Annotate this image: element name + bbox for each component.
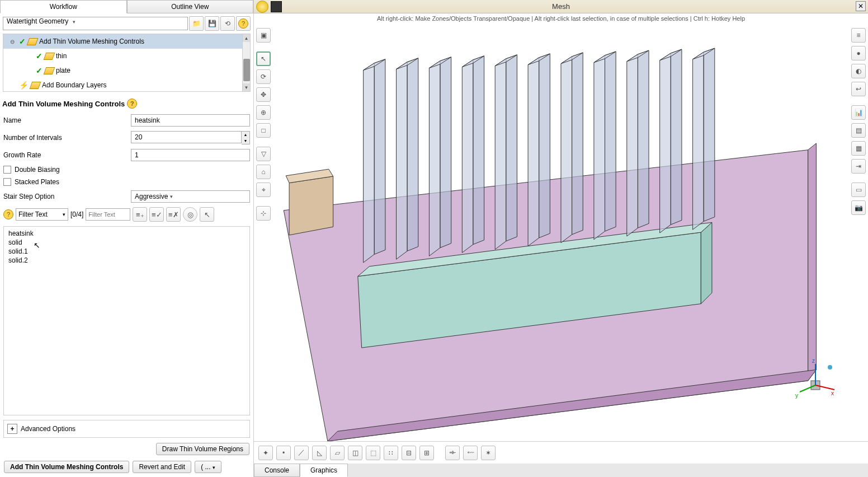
orientation-triad[interactable]: x y z [795, 357, 840, 402]
expand-icon[interactable]: + [7, 424, 17, 434]
btool-3[interactable]: ／ [294, 446, 309, 460]
scroll-thumb[interactable] [243, 59, 250, 81]
open-button[interactable]: 📁 [189, 16, 204, 31]
fit-a-button[interactable]: ⌂ [256, 165, 271, 179]
rside-btn-3[interactable]: ◐ [851, 64, 866, 78]
list-item[interactable]: solid [4, 238, 249, 247]
rside-btn-9[interactable]: ▭ [851, 183, 866, 197]
lightning-icon: ⚡ [19, 81, 29, 90]
btool-6[interactable]: ◫ [348, 446, 362, 460]
select-all-button[interactable]: ≡✓ [149, 207, 164, 222]
rside-btn-4[interactable]: ↩ [851, 82, 866, 96]
tab-graphics[interactable]: Graphics [300, 464, 348, 477]
viewport[interactable]: ▣ ↖ ⟳ ✥ ⊕ □ ▽ ⌂ ⌖ ⊹ ≡ ● ◐ ↩ 📊 ▤ ▦ ⇥ ▭ � [254, 24, 868, 441]
object-list[interactable]: heatsinksolidsolid.1solid.2 [3, 226, 250, 415]
section-header: Add Thin Volume Meshing Controls ? [0, 95, 253, 112]
workflow-type-select[interactable]: Watertight Geometry [3, 17, 188, 30]
advanced-options-row[interactable]: + Advanced Options [3, 420, 250, 438]
svg-marker-35 [660, 53, 671, 233]
add-controls-button[interactable]: Add Thin Volume Meshing Controls [4, 461, 129, 473]
btool-4-icon: ◺ [317, 449, 322, 457]
tri-tool-button[interactable]: ▽ [256, 147, 271, 161]
svg-marker-18 [473, 56, 484, 245]
stairstep-value: Aggressive [135, 193, 168, 200]
tab-workflow[interactable]: Workflow [0, 0, 127, 13]
save-button[interactable]: 💾 [205, 16, 219, 31]
rside-btn-5[interactable]: 📊 [851, 105, 866, 120]
zoom-in-button[interactable]: ⊕ [256, 105, 271, 120]
tree-item[interactable]: ✓plate [3, 63, 250, 78]
box-tool-button[interactable]: ▣ [256, 28, 271, 43]
btool-4[interactable]: ◺ [312, 446, 327, 460]
pan-button[interactable]: ✥ [256, 87, 271, 102]
select-ring-button[interactable]: ◎ [183, 207, 197, 222]
intervals-spinner[interactable]: ▲▼ [242, 131, 250, 144]
btool-7[interactable]: ⬚ [366, 446, 380, 460]
rside-btn-8[interactable]: ⇥ [851, 159, 866, 174]
left-panel: Workflow Outline View Watertight Geometr… [0, 0, 254, 477]
btool-11-icon: ⬲ [449, 449, 456, 457]
stack-icon: ≡ [856, 31, 860, 39]
select-none-button[interactable]: ≡✗ [166, 207, 181, 222]
more-actions-button[interactable]: ( ... [195, 461, 221, 473]
list-item[interactable]: solid.1 [4, 247, 249, 256]
select-pick-button[interactable]: ↖ [200, 207, 214, 222]
tree-item[interactable]: ⚡Add Boundary Layers [3, 78, 250, 92]
draw-thin-volume-button[interactable]: Draw Thin Volume Regions [156, 443, 249, 455]
left-viewport-toolbar: ▣ ↖ ⟳ ✥ ⊕ □ ▽ ⌂ ⌖ ⊹ [256, 28, 271, 221]
revert-edit-button[interactable]: Revert and Edit [133, 461, 191, 473]
action-row: Add Thin Volume Meshing Controls Revert … [0, 458, 253, 477]
growth-input[interactable] [131, 149, 250, 161]
folder-icon: 📁 [192, 20, 201, 27]
filter-mode-select[interactable]: Filter Text▾ [16, 208, 68, 221]
btool-2[interactable]: • [276, 446, 291, 460]
tab-console[interactable]: Console [254, 464, 300, 477]
stacked-plates-row[interactable]: Stacked Plates [0, 176, 253, 188]
stacked-plates-checkbox[interactable] [3, 178, 11, 186]
list-item[interactable]: solid.2 [4, 256, 249, 265]
svg-marker-36 [671, 49, 682, 225]
fit-b-button[interactable]: ⌖ [256, 183, 271, 197]
tree-item[interactable]: ⊖✓Add Thin Volume Meshing Controls [3, 34, 250, 49]
tree-scrollbar[interactable]: ▲ ▼ [242, 34, 250, 91]
btool-13[interactable]: ✶ [481, 446, 496, 460]
tree-item[interactable]: ✓thin [3, 49, 250, 63]
btool-10[interactable]: ⊞ [419, 446, 434, 460]
rside-btn-1[interactable]: ≡ [851, 28, 866, 43]
btool-9[interactable]: ⊟ [402, 446, 416, 460]
rside-btn-6[interactable]: ▤ [851, 123, 866, 138]
axis-tool-button[interactable]: ⊹ [256, 206, 271, 221]
section-help-icon[interactable]: ? [127, 99, 137, 109]
list-item[interactable]: heatsink [4, 229, 249, 238]
btool-12[interactable]: ⬳ [463, 446, 478, 460]
filter-help-icon[interactable]: ? [3, 209, 13, 219]
svg-marker-4 [701, 222, 712, 303]
stairstep-select[interactable]: Aggressive [131, 190, 250, 203]
zoom-fit-button[interactable]: □ [256, 123, 271, 138]
svg-marker-14 [429, 61, 440, 256]
section-title: Add Thin Volume Meshing Controls [2, 100, 125, 108]
close-button[interactable]: ✕ [856, 1, 866, 11]
tab-outline-view[interactable]: Outline View [127, 0, 254, 13]
reset-button[interactable]: ⟲ [220, 16, 235, 31]
name-input[interactable] [131, 114, 250, 127]
filter-text-input[interactable] [86, 208, 130, 221]
double-biasing-row[interactable]: Double Biasing [0, 163, 253, 176]
btool-1[interactable]: ✦ [258, 446, 273, 460]
rside-btn-7[interactable]: ▦ [851, 141, 866, 156]
rside-btn-10[interactable]: 📷 [851, 200, 866, 215]
rside-btn-2[interactable]: ● [851, 46, 866, 60]
rotate-button[interactable]: ⟳ [256, 69, 271, 84]
tree-item-label: thin [56, 52, 67, 60]
task-tree[interactable]: ⊖✓Add Thin Volume Meshing Controls✓thin✓… [3, 34, 251, 92]
intervals-input[interactable] [131, 131, 242, 143]
tree-item-label: plate [56, 67, 70, 74]
double-biasing-checkbox[interactable] [3, 166, 11, 174]
scroll-down-icon[interactable]: ▼ [243, 83, 250, 91]
btool-11[interactable]: ⬲ [445, 446, 460, 460]
scroll-up-icon[interactable]: ▲ [243, 34, 250, 42]
btool-5[interactable]: ▱ [330, 446, 345, 460]
select-toggle-a-button[interactable]: ≡₊ [133, 207, 147, 222]
help-button[interactable]: ? [236, 16, 251, 31]
btool-8[interactable]: ∷ [384, 446, 398, 460]
